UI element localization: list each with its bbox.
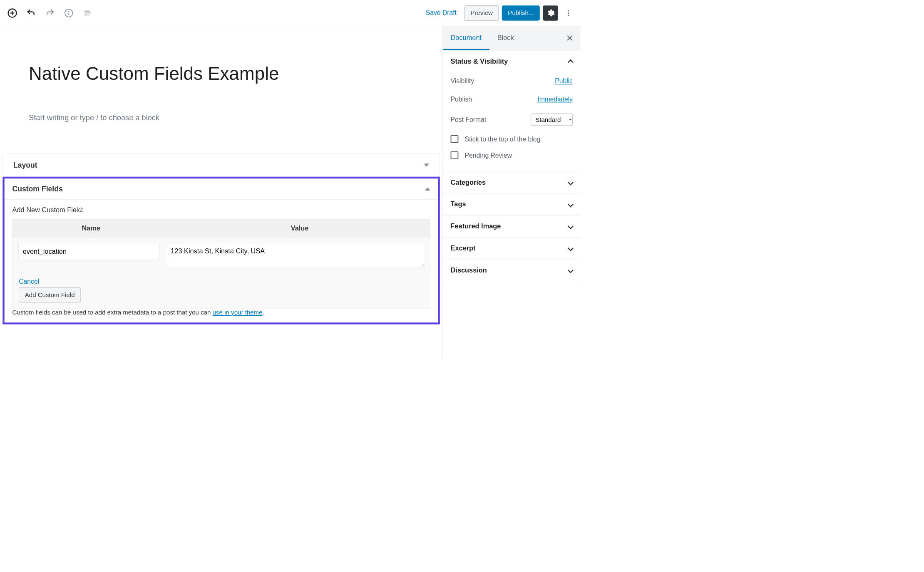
caret-down-icon	[424, 163, 429, 167]
add-custom-field-button[interactable]: Add Custom Field	[19, 287, 81, 302]
visibility-label: Visibility	[451, 77, 474, 85]
info-button[interactable]	[62, 6, 76, 20]
block-placeholder[interactable]: Start writing or type / to choose a bloc…	[29, 114, 414, 122]
more-menu-button[interactable]	[561, 6, 575, 20]
custom-fields-help: Custom fields can be used to add extra m…	[12, 309, 430, 317]
chevron-down-icon	[568, 267, 574, 273]
post-title[interactable]: Native Custom Fields Example	[29, 63, 414, 85]
publish-value[interactable]: Immediately	[537, 95, 573, 103]
use-in-theme-link[interactable]: use in your theme	[213, 309, 263, 316]
tab-block[interactable]: Block	[489, 26, 522, 50]
toolbar-right: Save Draft Preview Publish...	[421, 5, 575, 20]
undo-icon	[26, 8, 36, 18]
preview-button[interactable]: Preview	[464, 5, 499, 20]
excerpt-panel[interactable]: Excerpt	[443, 237, 581, 259]
close-icon: ✕	[566, 33, 574, 43]
outline-button[interactable]	[81, 6, 95, 20]
redo-icon	[45, 8, 55, 18]
chevron-down-icon	[568, 245, 574, 251]
close-sidebar-button[interactable]: ✕	[561, 30, 578, 46]
editor-toolbar: Save Draft Preview Publish...	[0, 0, 581, 26]
caret-up-icon	[425, 187, 430, 191]
post-format-select[interactable]: Standard	[531, 114, 573, 126]
field-name-input[interactable]	[18, 243, 159, 260]
custom-fields-panel: Custom Fields Add New Custom Field: Name…	[2, 177, 440, 324]
categories-panel[interactable]: Categories	[443, 171, 581, 193]
chevron-down-icon	[568, 179, 574, 185]
svg-point-11	[568, 15, 569, 16]
column-name: Name	[12, 220, 169, 237]
settings-sidebar: Document Block ✕ Status & Visibility Vis…	[442, 26, 581, 359]
settings-button[interactable]	[543, 5, 558, 20]
custom-fields-header[interactable]: Custom Fields	[5, 178, 438, 200]
cancel-link[interactable]: Cancel	[12, 273, 430, 285]
checkbox-icon	[451, 135, 459, 143]
post-format-label: Post Format	[451, 116, 487, 123]
stick-checkbox-row[interactable]: Stick to the top of the blog	[451, 131, 573, 147]
save-draft-button[interactable]: Save Draft	[421, 6, 461, 20]
undo-button[interactable]	[24, 6, 38, 20]
layout-panel-title: Layout	[13, 161, 37, 169]
layout-panel[interactable]: Layout	[2, 154, 440, 177]
editor-canvas: Native Custom Fields Example Start writi…	[0, 26, 442, 359]
add-new-field-label: Add New Custom Field:	[12, 206, 430, 214]
plus-circle-icon	[7, 8, 17, 18]
list-icon	[83, 8, 92, 18]
main-area: Native Custom Fields Example Start writi…	[0, 26, 581, 359]
custom-fields-table: Name Value Cancel Add Custom Field	[12, 219, 430, 309]
tab-document[interactable]: Document	[443, 26, 489, 50]
publish-button[interactable]: Publish...	[502, 5, 540, 20]
tags-panel[interactable]: Tags	[443, 193, 581, 215]
dots-vertical-icon	[564, 9, 572, 17]
chevron-up-icon	[568, 59, 574, 65]
chevron-down-icon	[568, 201, 574, 207]
sidebar-tabs: Document Block ✕	[443, 26, 581, 50]
meta-boxes: Layout Custom Fields Add New Custom Fiel…	[0, 154, 442, 324]
info-icon	[64, 8, 74, 18]
status-visibility-panel: Status & Visibility Visibility Public Pu…	[443, 50, 581, 171]
column-value: Value	[169, 220, 430, 237]
discussion-panel[interactable]: Discussion	[443, 259, 581, 281]
pending-checkbox-row[interactable]: Pending Review	[451, 147, 573, 163]
toolbar-left	[5, 6, 95, 20]
field-value-input[interactable]	[167, 243, 424, 267]
add-block-button[interactable]	[5, 6, 20, 20]
svg-point-10	[568, 12, 569, 14]
gear-icon	[546, 8, 555, 17]
checkbox-icon	[451, 151, 459, 159]
publish-label: Publish	[451, 95, 472, 103]
redo-button[interactable]	[43, 6, 57, 20]
chevron-down-icon	[568, 223, 574, 229]
svg-point-9	[568, 10, 569, 11]
svg-point-4	[68, 11, 70, 12]
visibility-value[interactable]: Public	[555, 77, 573, 85]
custom-fields-title: Custom Fields	[12, 185, 63, 193]
status-visibility-header[interactable]: Status & Visibility	[443, 50, 581, 72]
featured-image-panel[interactable]: Featured Image	[443, 215, 581, 237]
